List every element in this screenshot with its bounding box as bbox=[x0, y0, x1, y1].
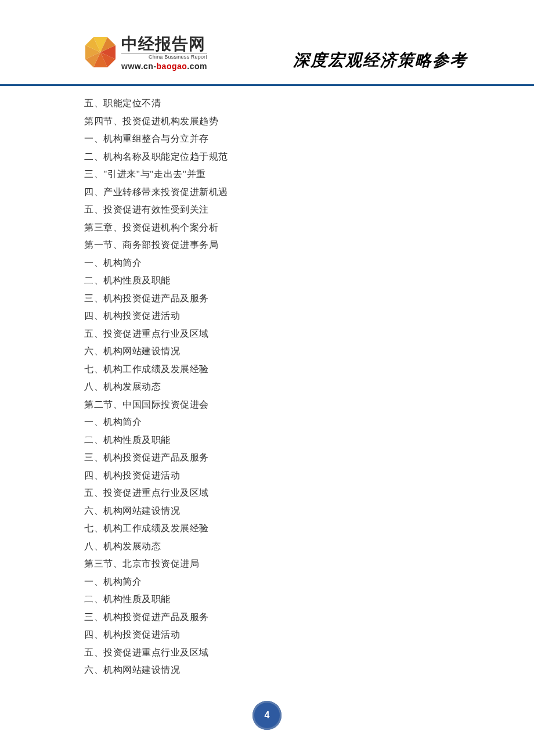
toc-line: 七、机构工作成绩及发展经验 bbox=[84, 361, 395, 379]
toc-line: 四、产业转移带来投资促进新机遇 bbox=[84, 183, 395, 201]
toc-line: 三、机构投资促进产品及服务 bbox=[84, 290, 395, 308]
toc-line: 四、机构投资促进活动 bbox=[84, 626, 395, 644]
logo-title-cn: 中经报告网 bbox=[121, 36, 207, 52]
toc-line: 一、机构简介 bbox=[84, 413, 395, 431]
toc-line: 三、机构投资促进产品及服务 bbox=[84, 449, 395, 467]
toc-line: 一、机构重组整合与分立并存 bbox=[84, 130, 395, 148]
toc-line: 第四节、投资促进机构发展趋势 bbox=[84, 113, 395, 131]
toc-line: 五、投资促进有效性受到关注 bbox=[84, 201, 395, 219]
toc-line: 五、投资促进重点行业及区域 bbox=[84, 644, 395, 662]
header-tagline: 深度宏观经济策略参考 bbox=[293, 49, 467, 71]
toc-line: 四、机构投资促进活动 bbox=[84, 307, 395, 325]
page-number-badge: 4 bbox=[252, 701, 282, 730]
toc-line: 二、机构性质及职能 bbox=[84, 591, 395, 609]
toc-line: 三、机构投资促进产品及服务 bbox=[84, 609, 395, 627]
toc-line: 五、投资促进重点行业及区域 bbox=[84, 325, 395, 343]
toc-line: 六、机构网站建设情况 bbox=[84, 343, 395, 361]
toc-line: 第三章、投资促进机构个案分析 bbox=[84, 219, 395, 237]
toc-line: 五、投资促进重点行业及区域 bbox=[84, 484, 395, 502]
toc-line: 第二节、中国国际投资促进会 bbox=[84, 396, 395, 414]
toc-line: 六、机构网站建设情况 bbox=[84, 502, 395, 520]
toc-line: 一、机构简介 bbox=[84, 573, 395, 591]
logo-url-prefix: www.cn- bbox=[121, 62, 157, 71]
logo-url: www.cn-baogao.com bbox=[121, 62, 207, 71]
logo-url-accent: baogao bbox=[157, 62, 187, 71]
toc-content: 五、职能定位不清 第四节、投资促进机构发展趋势 一、机构重组整合与分立并存 二、… bbox=[0, 86, 395, 679]
toc-line: 八、机构发展动态 bbox=[84, 378, 395, 396]
logo-block: 中经报告网 China Bussiness Report www.cn-baog… bbox=[84, 36, 207, 71]
logo-url-suffix: .com bbox=[187, 62, 207, 71]
toc-line: 二、机构性质及职能 bbox=[84, 272, 395, 290]
logo-title-en: China Bussiness Report bbox=[121, 53, 207, 60]
toc-line: 第三节、北京市投资促进局 bbox=[84, 555, 395, 573]
logo-text-block: 中经报告网 China Bussiness Report www.cn-baog… bbox=[121, 36, 207, 71]
toc-line: 二、机构性质及职能 bbox=[84, 431, 395, 449]
toc-line: 八、机构发展动态 bbox=[84, 538, 395, 556]
logo-icon bbox=[84, 36, 117, 69]
toc-line: 四、机构投资促进活动 bbox=[84, 467, 395, 485]
toc-line: 第一节、商务部投资促进事务局 bbox=[84, 236, 395, 254]
toc-line: 六、机构网站建设情况 bbox=[84, 661, 395, 679]
toc-line: 一、机构简介 bbox=[84, 254, 395, 272]
toc-line: 五、职能定位不清 bbox=[84, 95, 395, 113]
toc-line: 二、机构名称及职能定位趋于规范 bbox=[84, 148, 395, 166]
page-header: 中经报告网 China Bussiness Report www.cn-baog… bbox=[0, 0, 534, 86]
toc-line: 七、机构工作成绩及发展经验 bbox=[84, 520, 395, 538]
toc-line: 三、"引进来"与"走出去"并重 bbox=[84, 165, 395, 183]
